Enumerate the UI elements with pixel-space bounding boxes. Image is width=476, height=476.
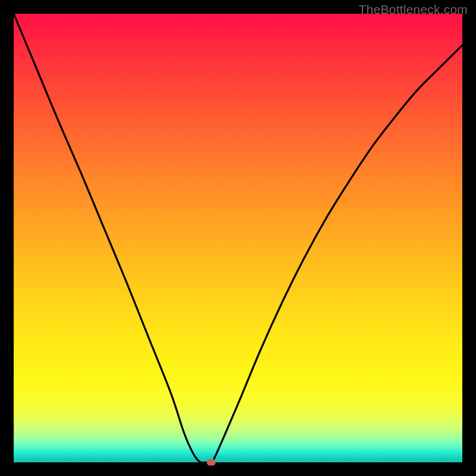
watermark-text: TheBottleneck.com <box>359 2 468 17</box>
bottleneck-curve <box>14 14 462 463</box>
plot-area <box>14 14 462 462</box>
optimum-marker <box>206 459 215 466</box>
curve-layer <box>14 14 462 462</box>
chart-frame: TheBottleneck.com <box>0 0 476 476</box>
